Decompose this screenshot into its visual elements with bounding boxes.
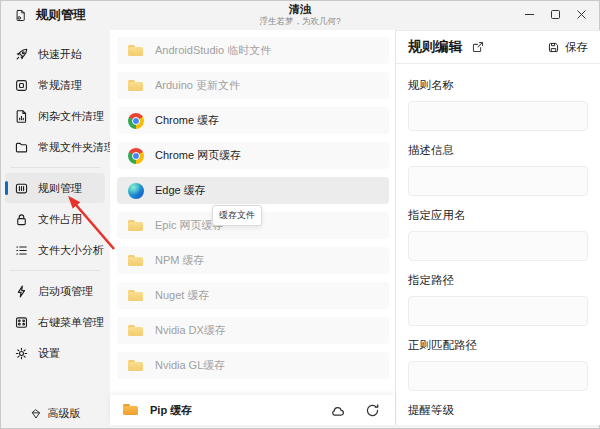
folder-outline-icon bbox=[14, 140, 29, 155]
field-input[interactable] bbox=[408, 101, 588, 131]
editor-header: 规则编辑 保存 bbox=[396, 31, 600, 64]
folder-icon bbox=[128, 323, 144, 339]
share-icon[interactable] bbox=[471, 40, 485, 54]
sidebar-item-folder-clean[interactable]: 常规文件夹清理 bbox=[5, 132, 105, 162]
list-actions bbox=[329, 402, 381, 419]
rule-item-label: Nvidia GL缓存 bbox=[155, 358, 225, 373]
save-label: 保存 bbox=[565, 40, 588, 55]
editor-field-0: 规则名称 bbox=[408, 78, 588, 131]
sidebar-item-misc-file-clean[interactable]: 闲杂文件清理 bbox=[5, 101, 105, 131]
sidebar-item-file-occupy[interactable]: 文件占用 bbox=[5, 204, 105, 234]
page-icon bbox=[14, 9, 27, 22]
sidebar-item-label: 闲杂文件清理 bbox=[38, 109, 104, 124]
app-window: 规则管理 清浊 浮生若梦，为欢几何? 快速开始 常规清理 闲杂文件清理 常规文件… bbox=[0, 0, 600, 429]
editor-field-2: 指定应用名 bbox=[408, 208, 588, 261]
refresh-icon[interactable] bbox=[364, 402, 381, 419]
sidebar-item-general-clean[interactable]: 常规清理 bbox=[5, 70, 105, 100]
rule-item-label: AndroidStudio 临时文件 bbox=[155, 43, 271, 58]
close-icon[interactable] bbox=[568, 4, 594, 24]
analysis-icon bbox=[14, 243, 29, 258]
license-badge[interactable]: 高级版 bbox=[0, 406, 110, 421]
editor-field-5: 提醒等级 bbox=[408, 403, 588, 425]
cloud-icon[interactable] bbox=[329, 402, 346, 419]
rule-item-1[interactable]: Arduino 更新文件 bbox=[117, 72, 389, 99]
context-menu-icon bbox=[14, 315, 29, 330]
sidebar-divider bbox=[10, 270, 100, 271]
rule-item-label: NPM 缓存 bbox=[155, 253, 205, 268]
lock-icon bbox=[14, 212, 29, 227]
field-label: 提醒等级 bbox=[408, 403, 588, 418]
page-title: 规则管理 bbox=[36, 7, 86, 24]
rule-item-label: Chrome 网页缓存 bbox=[155, 148, 241, 163]
sidebar-divider bbox=[10, 167, 100, 168]
sidebar-item-label: 常规清理 bbox=[38, 78, 82, 93]
sidebar-item-label: 快速开始 bbox=[38, 47, 82, 62]
editor-field-3: 指定路径 bbox=[408, 273, 588, 326]
rules-icon bbox=[14, 181, 29, 196]
sidebar-item-context-menu-manage[interactable]: 右键菜单管理 bbox=[5, 307, 105, 337]
rule-item-4[interactable]: Edge 缓存 bbox=[117, 177, 389, 204]
minimize-icon[interactable] bbox=[516, 4, 542, 24]
rocket-icon bbox=[14, 47, 29, 62]
editor-form: 规则名称 描述信息 指定应用名 指定路径 正则匹配路径 提醒等级 bbox=[396, 64, 600, 425]
sidebar-item-label: 启动项管理 bbox=[38, 284, 93, 299]
editor-title: 规则编辑 bbox=[408, 38, 462, 56]
editor-field-1: 描述信息 bbox=[408, 143, 588, 196]
app-brand: 清浊 浮生若梦，为欢几何? bbox=[259, 3, 340, 27]
rule-item-9[interactable]: Nvidia GL缓存 bbox=[117, 352, 389, 379]
field-label: 规则名称 bbox=[408, 78, 588, 93]
sidebar-item-label: 常规文件夹清理 bbox=[38, 140, 115, 155]
save-button[interactable]: 保存 bbox=[547, 40, 588, 55]
sidebar-item-startup-manage[interactable]: 启动项管理 bbox=[5, 276, 105, 306]
maximize-icon[interactable] bbox=[542, 4, 568, 24]
gear-icon bbox=[14, 346, 29, 361]
field-label: 描述信息 bbox=[408, 143, 588, 158]
rule-item-7[interactable]: Nuget 缓存 bbox=[117, 282, 389, 309]
rule-item-label: Nuget 缓存 bbox=[155, 288, 209, 303]
sidebar-item-settings[interactable]: 设置 bbox=[5, 338, 105, 368]
folder-icon bbox=[128, 218, 144, 234]
rule-item-label: Chrome 缓存 bbox=[155, 113, 219, 128]
edge-icon bbox=[128, 183, 144, 199]
rule-item-0[interactable]: AndroidStudio 临时文件 bbox=[117, 37, 389, 64]
rule-editor-panel: 规则编辑 保存 规则名称 描述信息 指定应用名 指定路径 正则匹配路径 提醒等级 bbox=[395, 30, 600, 425]
rule-item-label: Arduino 更新文件 bbox=[155, 78, 240, 93]
rule-item-label: Edge 缓存 bbox=[155, 183, 206, 198]
editor-field-4: 正则匹配路径 bbox=[408, 338, 588, 391]
rule-item-3[interactable]: Chrome 网页缓存 bbox=[117, 142, 389, 169]
selection-indicator bbox=[5, 181, 8, 195]
folder-icon bbox=[128, 253, 144, 269]
folder-icon bbox=[128, 78, 144, 94]
file-clean-icon bbox=[14, 109, 29, 124]
field-input[interactable] bbox=[408, 296, 588, 326]
app-name: 清浊 bbox=[259, 3, 340, 16]
sidebar-item-rule-manage[interactable]: 规则管理 bbox=[5, 173, 105, 203]
lightning-icon bbox=[14, 284, 29, 299]
folder-icon bbox=[128, 288, 144, 304]
license-label: 高级版 bbox=[48, 406, 81, 421]
rule-item-label: Pip 缓存 bbox=[150, 403, 192, 418]
save-icon bbox=[547, 41, 560, 54]
rule-item-pinned[interactable]: Pip 缓存 bbox=[110, 395, 395, 425]
field-input[interactable] bbox=[408, 166, 588, 196]
titlebar: 规则管理 清浊 浮生若梦，为欢几何? bbox=[0, 0, 600, 30]
window-controls bbox=[516, 0, 594, 28]
folder-icon bbox=[128, 43, 144, 59]
sidebar-item-label: 文件占用 bbox=[38, 212, 82, 227]
rule-item-label: Nvidia DX缓存 bbox=[155, 323, 226, 338]
app-tagline: 浮生若梦，为欢几何? bbox=[259, 16, 340, 27]
field-input[interactable] bbox=[408, 361, 588, 391]
folder-orange-icon bbox=[123, 402, 139, 418]
clean-icon bbox=[14, 78, 29, 93]
sidebar-item-file-size-analysis[interactable]: 文件大小分析 bbox=[5, 235, 105, 265]
rule-item-8[interactable]: Nvidia DX缓存 bbox=[117, 317, 389, 344]
rule-list: AndroidStudio 临时文件 Arduino 更新文件 Chrome 缓… bbox=[110, 30, 395, 425]
rule-item-2[interactable]: Chrome 缓存 bbox=[117, 107, 389, 134]
tooltip: 缓存文件 bbox=[212, 205, 262, 226]
sidebar-item-quick-start[interactable]: 快速开始 bbox=[5, 39, 105, 69]
titlebar-left: 规则管理 bbox=[14, 0, 86, 30]
rule-item-6[interactable]: NPM 缓存 bbox=[117, 247, 389, 274]
field-label: 指定路径 bbox=[408, 273, 588, 288]
field-input[interactable] bbox=[408, 231, 588, 261]
field-label: 正则匹配路径 bbox=[408, 338, 588, 353]
